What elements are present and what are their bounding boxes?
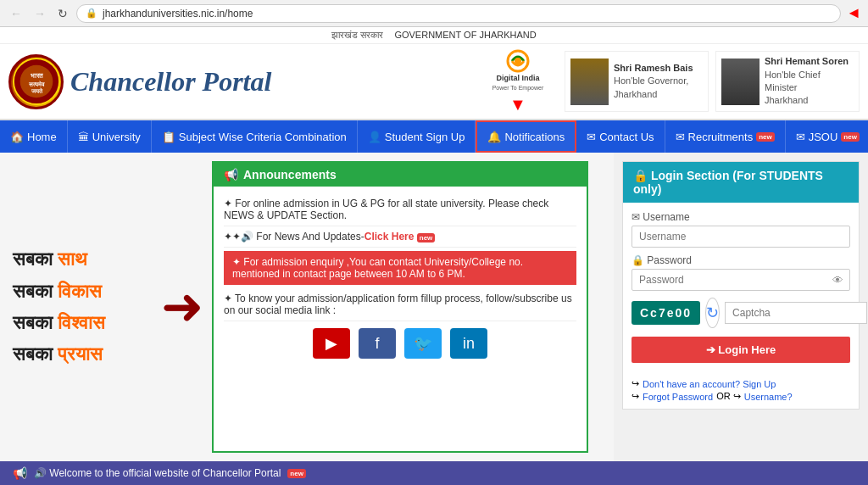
ann-item-red: ✦ For admission enquiry ,You can contact… — [224, 251, 576, 285]
username-input[interactable] — [632, 226, 850, 248]
header-logo: भारत सत्यमेव जयते Chancellor Portal — [8, 54, 471, 109]
jsou-icon: ✉ — [796, 131, 805, 143]
hindi-slogan: सबका साथ सबका विकास सबका विश्वास सबका प्… — [13, 243, 182, 371]
governor-card: Shri Ramesh Bais Hon'ble Governor, Jhark… — [565, 51, 709, 112]
governor-photo — [570, 59, 609, 105]
gov-english: GOVERNMENT OF JHARKHAND — [394, 30, 536, 40]
nav-notifications-label: Notifications — [504, 131, 565, 143]
signup-link[interactable]: Don't have an account? Sign Up — [643, 379, 776, 389]
subject-icon: 📋 — [162, 131, 175, 143]
svg-text:सत्यमेव: सत्यमेव — [28, 81, 45, 87]
svg-point-6 — [515, 58, 521, 64]
browser-bar: ← → ↻ 🔒 jharkhanduniversities.nic.in/hom… — [0, 0, 868, 27]
captcha-code: Cc7e00 — [632, 301, 700, 325]
twitter-button[interactable]: 🐦 — [404, 328, 442, 359]
contact-icon: ✉ — [587, 131, 596, 143]
nav-home[interactable]: 🏠 Home — [0, 120, 68, 153]
password-group: 🔒 Password 👁 — [632, 254, 850, 291]
ann-item-3: ✦ To know your admission/application for… — [224, 288, 576, 321]
forward-button[interactable]: → — [31, 5, 49, 22]
recruit-icon: ✉ — [676, 131, 685, 143]
username-group: ✉ Username — [632, 211, 850, 248]
url-bar[interactable]: 🔒 jharkhanduniversities.nic.in/home — [76, 4, 841, 23]
eye-icon[interactable]: 👁 — [832, 274, 843, 287]
nav-subject-wise[interactable]: 📋 Subject Wise Criteria Combination — [152, 120, 358, 153]
news-badge: new — [417, 233, 436, 242]
cm-card: Shri Hemant Soren Hon'ble Chief Minister… — [715, 51, 860, 112]
signup-icon: 👤 — [368, 131, 381, 143]
nav-recruitments[interactable]: ✉ Recruitments new — [665, 120, 786, 153]
svg-text:Digital India: Digital India — [496, 74, 540, 82]
recruitments-badge: new — [756, 132, 775, 142]
header: भारत सत्यमेव जयते Chancellor Portal Digi… — [0, 44, 868, 120]
ticker-icon: 📢 — [13, 466, 27, 480]
home-icon: 🏠 — [10, 131, 24, 143]
governor-name: Shri Ramesh Bais — [614, 62, 693, 75]
news-click-link[interactable]: Click Here — [364, 231, 415, 242]
nav-notifications[interactable]: 🔔 Notifications — [476, 120, 576, 153]
footer-badge: new — [287, 469, 306, 478]
linkedin-button[interactable]: in — [450, 328, 487, 359]
lock-icon: 🔒 — [86, 8, 97, 19]
nav-home-label: Home — [27, 131, 57, 143]
refresh-button[interactable]: ↻ — [54, 5, 71, 22]
nav-contact[interactable]: ✉ Contact Us — [576, 120, 665, 153]
captcha-input[interactable] — [725, 302, 867, 324]
university-icon: 🏛 — [78, 131, 89, 143]
ann-item-news: ✦✦🔊 For News And Updates-Click Here new — [224, 226, 576, 248]
youtube-button[interactable]: ▶ — [313, 328, 350, 359]
arrow-icon-2: ↪ — [632, 391, 639, 402]
login-button[interactable]: ➔ Login Here — [632, 337, 850, 363]
governor-state: Jharkhand — [614, 88, 693, 101]
footer-ticker: 📢 🔊 Welcome to the official website of C… — [0, 461, 868, 485]
login-header: 🔒 Login Section (For STUDENTS only) — [623, 162, 859, 203]
right-panel: 🔒 Login Section (For STUDENTS only) ✉ Us… — [614, 153, 868, 461]
digital-india-logo: Digital India Power To Empower — [488, 48, 548, 95]
nav-contact-label: Contact Us — [599, 131, 654, 143]
browser-arrow: ◄ — [846, 4, 861, 22]
header-persons: Shri Ramesh Bais Hon'ble Governor, Jhark… — [565, 51, 860, 112]
login-body: ✉ Username 🔒 Password 👁 Cc7e00 ↻ ➔ — [623, 203, 859, 371]
digital-india-section: Digital India Power To Empower ▼ — [471, 48, 565, 114]
password-label: 🔒 Password — [632, 254, 850, 266]
announcements-body: ✦ For online admission in UG & PG for al… — [214, 187, 587, 365]
facebook-button[interactable]: f — [359, 328, 396, 359]
center-panel: 📢 Announcements ✦ For online admission i… — [195, 153, 614, 461]
nav-university[interactable]: 🏛 University — [68, 120, 152, 153]
username-label: ✉ Username — [632, 211, 850, 223]
cm-photo — [721, 59, 760, 105]
nav-student-signup[interactable]: 👤 Student Sign Up — [358, 120, 476, 153]
forgot-username-link[interactable]: Username? — [744, 392, 793, 402]
nav-jsou-label: JSOU — [809, 131, 838, 143]
cm-name: Shri Hemant Soren — [765, 55, 854, 68]
recaptcha-button[interactable]: ↻ — [705, 298, 720, 328]
password-input[interactable] — [632, 269, 850, 291]
cm-title: Hon'ble Chief Minister — [765, 69, 854, 95]
social-icons: ▶ f 🐦 in — [224, 328, 576, 359]
main-nav: 🏠 Home 🏛 University 📋 Subject Wise Crite… — [0, 120, 868, 153]
main-content: सबका साथ सबका विकास सबका विश्वास सबका प्… — [0, 153, 868, 461]
captcha-row: Cc7e00 ↻ — [632, 298, 850, 328]
or-text: OR ↪ — [716, 391, 741, 402]
big-arrow: ➜ — [161, 282, 203, 332]
bell-icon: 🔔 — [487, 131, 501, 143]
nav-subject-label: Subject Wise Criteria Combination — [179, 131, 347, 143]
announcements-box: 📢 Announcements ✦ For online admission i… — [212, 161, 588, 453]
svg-text:जयते: जयते — [30, 87, 42, 94]
portal-title: Chancellor Portal — [70, 66, 271, 98]
nav-signup-label: Student Sign Up — [385, 131, 465, 143]
forgot-password-link[interactable]: Forgot Password — [643, 392, 713, 402]
jsou-badge: new — [841, 132, 860, 142]
nav-jsou[interactable]: ✉ JSOU new — [786, 120, 868, 153]
governor-info: Shri Ramesh Bais Hon'ble Governor, Jhark… — [614, 62, 693, 101]
password-wrapper: 👁 — [632, 269, 850, 291]
login-header-text: 🔒 Login Section (For STUDENTS only) — [633, 169, 849, 196]
svg-text:भारत: भारत — [30, 72, 42, 80]
cm-state: Jharkhand — [765, 94, 854, 107]
arrow-icon-1: ↪ — [632, 378, 639, 389]
governor-title: Hon'ble Governor, — [614, 75, 693, 87]
announcements-header: 📢 Announcements — [214, 163, 587, 187]
cm-info: Shri Hemant Soren Hon'ble Chief Minister… — [765, 55, 854, 108]
gov-hindi: झारखंड सरकार — [331, 30, 383, 40]
back-button[interactable]: ← — [7, 5, 25, 22]
